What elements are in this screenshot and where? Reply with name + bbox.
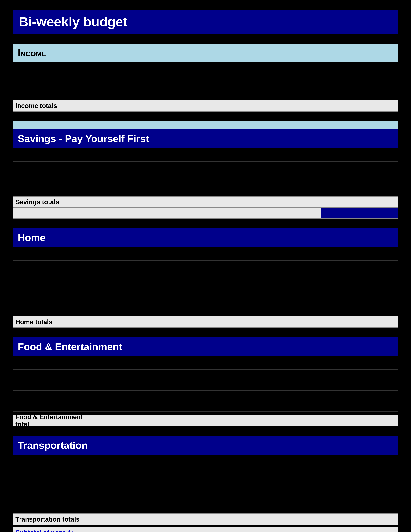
food-row-5-col-4[interactable] bbox=[244, 401, 321, 412]
subtotal-col-3[interactable] bbox=[167, 527, 244, 532]
trans-row-3-col-1[interactable] bbox=[13, 479, 90, 489]
home-row-2-col-1[interactable] bbox=[13, 260, 90, 271]
trans-row-4-col-4[interactable] bbox=[244, 489, 321, 500]
food-row-5-col-5[interactable] bbox=[321, 401, 398, 412]
savings-row-3-col-3[interactable] bbox=[167, 172, 244, 182]
food-row-1-col-5[interactable] bbox=[321, 359, 398, 370]
home-totals-col-2[interactable] bbox=[90, 316, 167, 328]
home-row-3-col-2[interactable] bbox=[90, 271, 167, 282]
home-row-1-col-5[interactable] bbox=[321, 250, 398, 260]
trans-row-3-col-5[interactable] bbox=[321, 479, 398, 489]
food-row-3-col-2[interactable] bbox=[90, 380, 167, 391]
trans-row-4-col-5[interactable] bbox=[321, 489, 398, 500]
savings-row-4-col-5[interactable] bbox=[321, 182, 398, 193]
food-row-2-col-2[interactable] bbox=[90, 370, 167, 380]
home-row-6-col-4[interactable] bbox=[244, 303, 321, 313]
trans-row-3-col-3[interactable] bbox=[167, 479, 244, 489]
trans-row-2-col-3[interactable] bbox=[167, 468, 244, 479]
trans-row-2-col-2[interactable] bbox=[90, 468, 167, 479]
savings-row-3-col-1[interactable] bbox=[13, 172, 90, 182]
trans-row-1-col-3[interactable] bbox=[167, 458, 244, 468]
savings-extra-col-4[interactable] bbox=[244, 208, 321, 218]
food-row-4-col-4[interactable] bbox=[244, 391, 321, 401]
savings-row-3-col-2[interactable] bbox=[90, 172, 167, 182]
income-row-2-col-3[interactable] bbox=[167, 76, 244, 86]
home-totals-col-4[interactable] bbox=[244, 316, 321, 328]
transportation-totals-col-4[interactable] bbox=[244, 514, 321, 525]
food-row-4-col-2[interactable] bbox=[90, 391, 167, 401]
income-row-1-col-4[interactable] bbox=[244, 65, 321, 76]
home-row-4-col-2[interactable] bbox=[90, 282, 167, 292]
home-row-4-col-1[interactable] bbox=[13, 282, 90, 292]
home-row-2-col-3[interactable] bbox=[167, 260, 244, 271]
home-row-6-col-3[interactable] bbox=[167, 303, 244, 313]
income-row-2-col-4[interactable] bbox=[244, 76, 321, 86]
home-row-4-col-5[interactable] bbox=[321, 282, 398, 292]
savings-row-2-col-2[interactable] bbox=[90, 162, 167, 172]
home-totals-col-3[interactable] bbox=[167, 316, 244, 328]
home-row-6-col-5[interactable] bbox=[321, 303, 398, 313]
savings-extra-col-1[interactable] bbox=[13, 208, 90, 218]
food-row-5-col-1[interactable] bbox=[13, 401, 90, 412]
home-row-2-col-5[interactable] bbox=[321, 260, 398, 271]
trans-row-2-col-5[interactable] bbox=[321, 468, 398, 479]
food-row-2-col-5[interactable] bbox=[321, 370, 398, 380]
trans-row-5-col-1[interactable] bbox=[13, 500, 90, 510]
savings-extra-col-3[interactable] bbox=[167, 208, 244, 218]
trans-row-1-col-5[interactable] bbox=[321, 458, 398, 468]
trans-row-2-col-1[interactable] bbox=[13, 468, 90, 479]
savings-totals-col-5[interactable] bbox=[321, 196, 398, 208]
food-row-2-col-1[interactable] bbox=[13, 370, 90, 380]
food-row-3-col-4[interactable] bbox=[244, 380, 321, 391]
transportation-totals-col-3[interactable] bbox=[167, 514, 244, 525]
trans-row-5-col-3[interactable] bbox=[167, 500, 244, 510]
savings-row-1-col-3[interactable] bbox=[167, 151, 244, 162]
home-row-6-col-2[interactable] bbox=[90, 303, 167, 313]
savings-totals-col-4[interactable] bbox=[244, 196, 321, 208]
trans-row-3-col-2[interactable] bbox=[90, 479, 167, 489]
home-row-1-col-4[interactable] bbox=[244, 250, 321, 260]
food-row-5-col-3[interactable] bbox=[167, 401, 244, 412]
income-row-1-col-1[interactable] bbox=[13, 65, 90, 76]
home-row-4-col-4[interactable] bbox=[244, 282, 321, 292]
income-totals-col-5[interactable] bbox=[321, 100, 398, 111]
income-row-2-col-1[interactable] bbox=[13, 76, 90, 86]
home-row-1-col-1[interactable] bbox=[13, 250, 90, 260]
savings-row-1-col-1[interactable] bbox=[13, 151, 90, 162]
savings-row-4-col-1[interactable] bbox=[13, 182, 90, 193]
food-row-2-col-4[interactable] bbox=[244, 370, 321, 380]
income-row-2-col-5[interactable] bbox=[321, 76, 398, 86]
trans-row-4-col-2[interactable] bbox=[90, 489, 167, 500]
income-row-3-col-4[interactable] bbox=[244, 86, 321, 97]
home-row-3-col-5[interactable] bbox=[321, 271, 398, 282]
income-totals-col-2[interactable] bbox=[90, 100, 167, 111]
trans-row-1-col-4[interactable] bbox=[244, 458, 321, 468]
home-row-5-col-1[interactable] bbox=[13, 292, 90, 303]
trans-row-4-col-3[interactable] bbox=[167, 489, 244, 500]
food-totals-col-3[interactable] bbox=[167, 415, 244, 426]
savings-row-4-col-4[interactable] bbox=[244, 182, 321, 193]
savings-row-1-col-4[interactable] bbox=[244, 151, 321, 162]
income-row-3-col-5[interactable] bbox=[321, 86, 398, 97]
income-totals-col-4[interactable] bbox=[244, 100, 321, 111]
trans-row-2-col-4[interactable] bbox=[244, 468, 321, 479]
food-row-1-col-1[interactable] bbox=[13, 359, 90, 370]
transportation-totals-col-2[interactable] bbox=[90, 514, 167, 525]
food-row-3-col-5[interactable] bbox=[321, 380, 398, 391]
income-row-1-col-2[interactable] bbox=[90, 65, 167, 76]
savings-row-4-col-3[interactable] bbox=[167, 182, 244, 193]
trans-row-5-col-4[interactable] bbox=[244, 500, 321, 510]
income-row-3-col-1[interactable] bbox=[13, 86, 90, 97]
home-row-2-col-4[interactable] bbox=[244, 260, 321, 271]
subtotal-col-5[interactable] bbox=[321, 527, 398, 532]
savings-row-1-col-5[interactable] bbox=[321, 151, 398, 162]
food-totals-col-4[interactable] bbox=[244, 415, 321, 426]
home-row-1-col-2[interactable] bbox=[90, 250, 167, 260]
home-row-1-col-3[interactable] bbox=[167, 250, 244, 260]
food-totals-col-2[interactable] bbox=[90, 415, 167, 426]
food-row-4-col-1[interactable] bbox=[13, 391, 90, 401]
income-row-1-col-3[interactable] bbox=[167, 65, 244, 76]
income-totals-col-3[interactable] bbox=[167, 100, 244, 111]
home-row-3-col-3[interactable] bbox=[167, 271, 244, 282]
food-row-2-col-3[interactable] bbox=[167, 370, 244, 380]
